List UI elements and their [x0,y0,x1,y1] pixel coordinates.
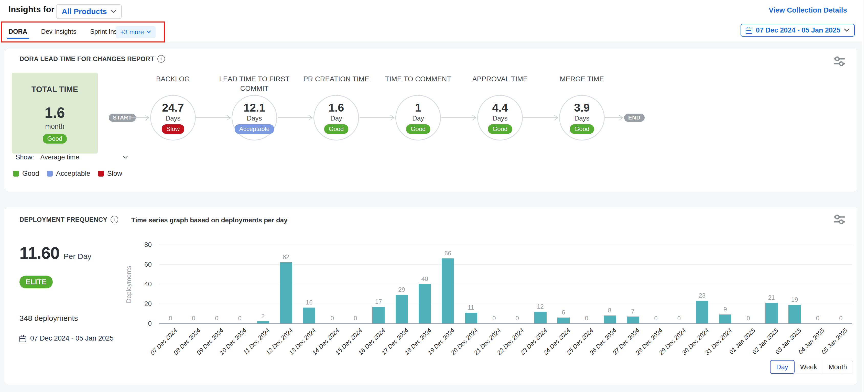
bar-value-label: 0 [668,315,691,322]
total-time-status-badge: Good [43,134,67,144]
chevron-down-icon [844,28,849,32]
stage-label-merge-time: MERGE TIME [541,74,623,84]
total-time-unit: month [45,123,64,130]
bar-20-dec-2024 [465,313,477,324]
flow-arrow [605,114,623,121]
bar-value-label: 0 [644,315,668,322]
bar-value-label: 40 [413,275,436,282]
bar-value-label: 7 [621,308,644,315]
info-icon[interactable]: i [111,216,118,223]
chart-settings-icon[interactable] [833,56,846,68]
legend-label: Slow [107,170,122,178]
granularity-month[interactable]: Month [823,360,853,374]
bar-value-label: 12 [529,303,552,310]
bar-02-jan-2025 [765,303,778,324]
stage-value: 1 [415,101,421,114]
status-pill-slow: Slow [162,124,184,134]
deployment-frequency-card: DEPLOYMENT FREQUENCY i Time series graph… [5,207,857,384]
info-icon[interactable]: i [157,55,165,63]
view-collection-details-link[interactable]: View Collection Details [769,6,847,14]
legend-swatch-slow [98,171,104,177]
stage-unit: Days [574,114,589,122]
date-range-picker[interactable]: 07 Dec 2024 - 05 Jan 2025 [741,24,855,37]
tab-dora[interactable]: DORA [7,23,28,40]
bar-27-dec-2024 [627,316,639,324]
deployment-card-title: DEPLOYMENT FREQUENCY i [20,216,118,223]
chart-settings-icon[interactable] [833,214,846,226]
x-tick-14-dec-2024: 14 Dec 2024 [299,327,340,368]
x-tick-22-dec-2024: 22 Dec 2024 [484,327,525,368]
status-pill-good: Good [324,124,348,134]
bar-value-label: 0 [321,315,344,322]
chevron-down-icon [111,10,116,13]
x-tick-09-dec-2024: 09 Dec 2024 [184,327,225,368]
stage-value: 1.6 [328,101,344,114]
insights-page: Insights for All Products View Collectio… [0,0,868,392]
bar-value-label: 11 [460,304,483,311]
bar-value-label: 0 [182,315,205,322]
stage-time-to-comment: 1DayGood [395,95,441,141]
tab-dev-insights[interactable]: Dev Insights [40,23,78,40]
x-tick-25-dec-2024: 25 Dec 2024 [554,327,595,368]
bar-value-label: 16 [298,299,321,306]
stage-value: 12.1 [243,101,266,114]
product-selector-label: All Products [62,7,107,16]
bar-value-label: 0 [806,315,829,322]
x-tick-12-dec-2024: 12 Dec 2024 [253,327,294,368]
more-tabs-button[interactable]: +3 more [116,26,156,38]
stage-unit: Day [412,114,424,122]
x-tick-11-dec-2024: 11 Dec 2024 [230,327,271,368]
calendar-icon [746,27,752,33]
total-time-label: TOTAL TIME [31,85,78,94]
x-tick-18-dec-2024: 18 Dec 2024 [392,327,433,368]
show-selector-row: Show: Average time [16,153,128,161]
x-tick-10-dec-2024: 10 Dec 2024 [207,327,248,368]
bar-31-dec-2024 [719,314,731,324]
more-tabs-label: +3 more [120,28,144,36]
show-mode-dropdown[interactable]: Average time [40,153,128,161]
bar-17-dec-2024 [396,295,408,324]
granularity-toggle: DayWeekMonth [770,360,853,374]
deployments-total: 348 deployments [20,314,78,323]
granularity-day[interactable]: Day [770,360,795,374]
tab-label: Dev Insights [41,28,76,35]
granularity-week[interactable]: Week [795,360,823,374]
x-tick-27-dec-2024: 27 Dec 2024 [599,327,641,368]
product-selector-button[interactable]: All Products [56,4,122,19]
legend-label: Acceptable [56,170,90,178]
scrollbar-track[interactable] [862,0,868,392]
bar-value-label: 0 [737,315,760,322]
x-tick-29-dec-2024: 29 Dec 2024 [646,327,687,368]
bar-value-label: 0 [205,315,228,322]
legend-swatch-good [13,171,19,177]
stage-label-pr-creation-time: PR CREATION TIME [295,74,377,84]
legend-item-good: Good [13,170,39,178]
y-tick-0: 0 [133,320,152,328]
tab-label: DORA [8,28,27,35]
stage-label-time-to-comment: TIME TO COMMENT [377,74,459,84]
legend-item-acceptable: Acceptable [47,170,90,178]
bar-value-label: 9 [714,306,737,313]
tab-list: DORADev InsightsSprint Insights [7,23,132,40]
x-tick-17-dec-2024: 17 Dec 2024 [369,327,410,368]
bar-value-label: 2 [252,313,275,320]
x-tick-28-dec-2024: 28 Dec 2024 [623,327,664,368]
bar-26-dec-2024 [604,315,616,324]
bar-value-label: 0 [575,315,598,322]
flow-arrow [278,114,313,121]
deployment-rate: 11.60 Per Day [20,243,91,263]
bar-11-dec-2024 [257,321,269,324]
bar-18-dec-2024 [418,284,431,324]
flow-arrow [523,114,558,121]
bar-value-label: 8 [598,307,621,314]
x-tick-24-dec-2024: 24 Dec 2024 [530,327,571,368]
bar-value-label: 0 [506,315,529,322]
x-tick-23-dec-2024: 23 Dec 2024 [507,327,548,368]
legend-swatch-acceptable [47,171,53,177]
deployment-rate-unit: Per Day [64,252,91,261]
calendar-icon [20,335,26,342]
bar-value-label: 21 [760,294,783,301]
bar-03-jan-2025 [788,305,801,324]
status-pill-acceptable: Acceptable [235,124,274,134]
x-tick-21-dec-2024: 21 Dec 2024 [461,327,502,368]
